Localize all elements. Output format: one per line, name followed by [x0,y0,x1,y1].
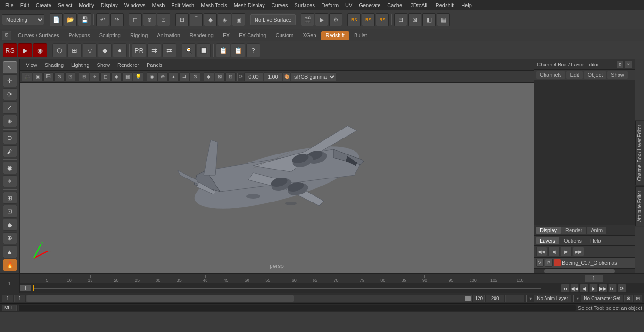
step-back-btn[interactable]: ◀◀ [570,284,579,292]
undo-btn[interactable]: ↶ [96,13,109,26]
misc-btn-2[interactable]: ▲ [3,245,17,258]
vp-snap-btn[interactable]: ⊙ [54,72,65,81]
menu-curves[interactable]: Curves [268,1,291,9]
go-to-end-btn[interactable]: ⏭ [608,284,617,292]
tab-settings-btn[interactable]: ⚙ [2,31,11,40]
vp-gate-btn[interactable]: ⊡ [65,72,75,81]
edge-tab-attribute-editor[interactable]: Attribute Editor [635,186,644,226]
misc-btn-3[interactable]: 🔥 [3,259,17,271]
mel-label[interactable]: MEL [2,305,17,311]
current-frame-input[interactable] [584,274,603,283]
soft-select-btn[interactable]: ⊙ [3,131,17,144]
shelf-icon-14[interactable]: 📋 [231,43,245,57]
vp-colorspace-select[interactable]: sRGB gamma Raw Linear [291,72,336,81]
shelf-icon-6[interactable]: ◆ [98,43,112,57]
shelf-icon-13[interactable]: 📋 [216,43,230,57]
snap-align-btn[interactable]: ⊞ [3,192,17,204]
scrollbar-thumb[interactable] [544,269,615,273]
vp-iso-btn[interactable]: ⊠ [215,72,225,81]
layer-next-anim-btn[interactable]: ▶▶ [573,247,584,256]
snap-view-btn[interactable]: ◈ [218,13,231,26]
new-scene-btn[interactable]: 📄 [50,13,63,26]
layout-btn-3[interactable]: ◧ [422,13,436,26]
edge-tab-channel-box[interactable]: Channel Box / Layer Editor [635,121,644,186]
char-set-value[interactable]: No Character Set [581,295,623,302]
tab-rendering[interactable]: Rendering [185,31,218,40]
misc-btn-1[interactable]: ⊕ [3,232,17,244]
layer-prev-anim-btn[interactable]: ◀◀ [536,247,547,256]
layout-btn-1[interactable]: ⊟ [394,13,407,26]
loop-btn[interactable]: ⟳ [618,284,626,292]
scale-tool-btn[interactable]: ⤢ [3,101,17,113]
shelf-icon-8[interactable]: PR [132,43,146,57]
select-tool-btn[interactable]: ↖ [3,61,17,73]
vp-menu-shading[interactable]: Shading [41,61,67,69]
universal-manip-btn[interactable]: ⊕ [3,115,17,127]
shelf-icon-9[interactable]: ⇉ [147,43,161,57]
obj-mode-btn[interactable]: ◆ [3,219,17,231]
rp-bottom-tab-anim[interactable]: Anim [587,227,606,234]
shelf-icon-7[interactable]: ● [113,43,127,57]
menu-edit[interactable]: Edit [17,1,33,9]
menu-surfaces[interactable]: Surfaces [291,1,318,9]
menu-modify[interactable]: Modify [75,1,97,9]
shelf-icon-1[interactable]: ▶ [18,43,32,57]
timeline-playhead[interactable]: 1 [20,283,543,293]
menu-cache[interactable]: Cache [384,1,405,9]
viewport-3d[interactable]: x y persp [20,83,534,273]
menu-edit-mesh[interactable]: Edit Mesh [168,1,198,9]
component-mode-btn[interactable]: ⊡ [3,205,17,217]
vp-colorspace-icon[interactable]: 🎨 [283,72,290,81]
menu-select[interactable]: Select [55,1,76,9]
vp-xray-btn[interactable]: ⊡ [225,72,236,81]
vp-ao-btn[interactable]: ⊕ [157,72,168,81]
menu-create[interactable]: Create [33,1,55,9]
menu-help[interactable]: Help [458,1,475,9]
rp-bottom-tab-render[interactable]: Render [561,227,586,234]
range-start-label[interactable]: 1 [14,295,25,302]
tab-fx[interactable]: FX [218,31,234,40]
vp-persp-btn[interactable]: ▣ [33,72,43,81]
render-settings-btn[interactable]: ⚙ [329,13,342,26]
frame-range-thumb[interactable] [465,296,471,301]
vp-shadow-btn[interactable]: ◉ [147,72,157,81]
layer-next-btn[interactable]: ▶ [561,247,572,256]
menu-mesh-tools[interactable]: Mesh Tools [198,1,230,9]
menu-mesh[interactable]: Mesh [149,1,168,9]
shelf-icon-12[interactable]: 🔲 [197,43,211,57]
right-panel-scrollbar[interactable] [534,268,635,273]
max-range-label[interactable]: 200 [486,295,504,302]
vp-gamma-input[interactable] [264,72,282,81]
tab-rigging[interactable]: Rigging [125,31,152,40]
timeline-track[interactable] [33,288,541,289]
menu-file[interactable]: File [2,1,17,9]
range-end-label[interactable]: 120 [473,295,485,302]
paint-sel-btn[interactable]: 🖌 [3,145,17,157]
tab-redshift[interactable]: Redshift [321,31,349,40]
lasso-sel-btn[interactable]: ⌖ [3,175,17,187]
shelf-icon-5[interactable]: ▽ [83,43,97,57]
anim-layer-value[interactable]: No Anim Layer [534,295,571,302]
play-back-btn[interactable]: ◀ [580,284,588,292]
layer-prev-btn[interactable]: ◀ [548,247,560,256]
vp-grid-btn[interactable]: ⊞ [79,72,89,81]
vp-light-btn[interactable]: 💡 [133,72,143,81]
rp-tab-edit[interactable]: Edit [566,71,583,79]
paint-mode-btn[interactable]: ⊡ [157,13,170,26]
menu-generate[interactable]: Generate [355,1,384,9]
lasso-mode-btn[interactable]: ⊕ [143,13,156,26]
layer-visibility-p-btn[interactable]: P [545,259,553,267]
vp-sel-hl-btn[interactable]: ◆ [204,72,214,81]
menu-3dto-all[interactable]: -3DtoAll- [405,1,432,9]
snap-point-btn[interactable]: ◆ [204,13,217,26]
tab-bullet[interactable]: Bullet [349,31,372,40]
tab-fx-caching[interactable]: FX Caching [234,31,271,40]
vp-hud-btn[interactable]: ⌖ [90,72,100,81]
vp-shaded-btn[interactable]: ◆ [111,72,122,81]
rp-settings-btn[interactable]: ⚙ [616,61,624,68]
rp-tab-channels[interactable]: Channels [536,71,565,79]
rp-layer-tab-help[interactable]: Help [586,237,605,244]
open-scene-btn[interactable]: 📂 [64,13,77,26]
menu-uv[interactable]: UV [342,1,355,9]
shelf-icon-10[interactable]: ⇄ [162,43,176,57]
